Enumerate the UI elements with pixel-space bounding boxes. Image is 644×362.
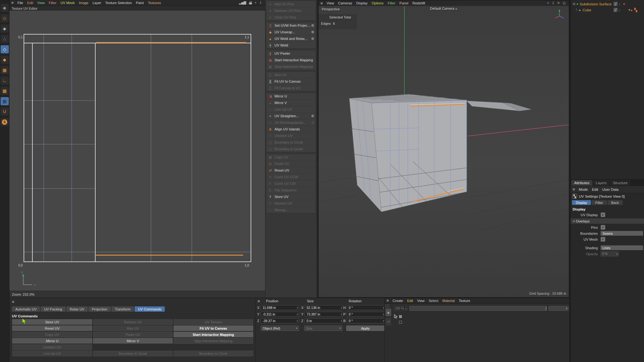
- histogram-icon[interactable]: ▂▅▇: [239, 1, 246, 4]
- attr-menu-edit[interactable]: Edit: [592, 188, 598, 191]
- boundaries-dropdown[interactable]: Seams: [601, 231, 643, 236]
- tab-projection[interactable]: Projection: [88, 306, 111, 312]
- tab-relax-uv[interactable]: Relax UV: [66, 306, 88, 312]
- uv-canvas[interactable]: 0,1 1,1 0,0 1,0 V U: [9, 11, 265, 291]
- command-start-interactive-mapping[interactable]: ▦Start Interactive Mapping: [266, 57, 316, 63]
- uv-menu-uv-mesh[interactable]: UV Mesh: [60, 1, 75, 5]
- mirror-v-button[interactable]: Mirror V: [93, 338, 173, 344]
- command-mirror-u[interactable]: ◨Mirror U: [266, 93, 316, 100]
- lock-icon[interactable]: [249, 1, 252, 4]
- menu-hamburger-icon[interactable]: ≡: [573, 187, 575, 192]
- hierarchy-toggle-icon[interactable]: ⊙: [573, 2, 575, 6]
- make-editable-tool[interactable]: ◆: [1, 4, 9, 12]
- object-row-subdivision-surface[interactable]: ⊙●Subdivision Surface╱:×: [571, 1, 644, 7]
- object-row-cube[interactable]: └▲Cube╱:▚: [571, 7, 644, 13]
- size-y-field[interactable]: 73.387 in▴▾: [305, 312, 343, 317]
- uv-menu-view[interactable]: View: [37, 1, 45, 5]
- spinner-icon[interactable]: ▴▾: [383, 320, 384, 322]
- tab-structure[interactable]: Structure: [610, 180, 630, 186]
- rotate-icon[interactable]: ↻: [557, 2, 560, 5]
- spinner-icon[interactable]: ▴▾: [297, 313, 298, 315]
- zoom-percent-field[interactable]: 100 %▴▾: [394, 306, 408, 311]
- tab-layers[interactable]: Layers: [593, 180, 610, 186]
- apply-button[interactable]: Apply: [346, 326, 385, 331]
- menu-hamburger-icon[interactable]: ≡: [11, 0, 14, 5]
- edit-pencil-icon[interactable]: ╱: [613, 8, 618, 12]
- opacity-field[interactable]: 0 %▴▾: [601, 251, 619, 256]
- uv-menu-textures[interactable]: Textures: [148, 1, 161, 5]
- mat-menu-view[interactable]: View: [417, 299, 425, 303]
- mat-menu-select[interactable]: Select: [429, 299, 438, 303]
- polygon-mode[interactable]: ◆: [1, 56, 9, 64]
- edit-pencil-icon[interactable]: ╱: [613, 2, 618, 6]
- tab-attributes[interactable]: Attributes: [571, 180, 592, 186]
- pointer-tool-icon[interactable]: [394, 314, 398, 319]
- start-interactive-mapping-button[interactable]: Start Interactive Mapping: [174, 332, 253, 337]
- uv-menu-paint[interactable]: Paint: [136, 1, 144, 5]
- vp-menu-options[interactable]: Options: [372, 1, 384, 5]
- size-mode-dropdown[interactable]: Size▾: [304, 326, 342, 331]
- object-mode-dropdown[interactable]: Object (Rel)▾: [261, 326, 299, 331]
- position-z-field[interactable]: -39.37 in▴▾: [261, 318, 299, 323]
- command-store-uv[interactable]: †Store UV: [266, 194, 316, 200]
- spinner-icon[interactable]: ▴▾: [341, 313, 342, 315]
- command-uv-weld-and-relax[interactable]: ▲UV Weld and Relax...⚙: [266, 36, 316, 42]
- add-button[interactable]: +: [386, 309, 391, 316]
- menu-hamburger-icon[interactable]: ≡: [320, 1, 323, 6]
- tab-automatic-uv[interactable]: Automatic UV: [12, 306, 40, 312]
- vp-menu-filter[interactable]: Filter: [388, 1, 395, 5]
- spinner-icon[interactable]: ▴▾: [341, 320, 342, 322]
- vp-menu-view[interactable]: View: [327, 1, 334, 5]
- spinner-icon[interactable]: ▴▾: [297, 320, 298, 322]
- tab-uv-commands[interactable]: UV Commands: [135, 306, 165, 312]
- uv-mesh-checkbox[interactable]: ✓: [601, 237, 605, 242]
- texture-tile-mode[interactable]: ▦: [1, 66, 9, 74]
- gear-icon[interactable]: ⚙: [311, 114, 314, 118]
- spinner-icon[interactable]: ▴▾: [616, 253, 617, 255]
- uv-menu-edit[interactable]: Edit: [27, 1, 33, 5]
- reset-uv-button[interactable]: Reset UV: [12, 326, 92, 331]
- visibility-dots-icon[interactable]: :: [619, 2, 620, 6]
- rotation-p-field[interactable]: 0 °▴▾: [347, 312, 385, 317]
- uv-menu-texture-selection[interactable]: Texture Selection: [105, 1, 132, 5]
- gear-icon[interactable]: ⚙: [311, 30, 314, 34]
- fit-uv-to-canvas-button[interactable]: Fit UV to Canvas: [174, 326, 253, 331]
- model-mode[interactable]: ◇: [1, 14, 9, 22]
- mat-menu-edit[interactable]: Edit: [407, 299, 413, 303]
- menu-hamburger-icon[interactable]: ≡: [258, 299, 260, 304]
- mat-menu-texture[interactable]: Texture: [459, 299, 470, 303]
- viewport-scene[interactable]: Perspective Default Camera ▪▸ Selected T…: [319, 6, 569, 297]
- vp-menu-redshift[interactable]: Redshift: [412, 1, 425, 5]
- uvw-tag-icon[interactable]: ▚: [634, 8, 637, 12]
- command-uv-straighten[interactable]: ≈UV Straighten...⚙: [266, 113, 316, 119]
- uv-menu-image[interactable]: Image: [79, 1, 89, 5]
- outline-square-icon[interactable]: [399, 321, 402, 324]
- position-x-field[interactable]: 11.698 in▴▾: [261, 305, 299, 310]
- camera-label[interactable]: Default Camera ▪▸: [319, 7, 569, 10]
- dolly-icon[interactable]: ⇩: [259, 1, 262, 4]
- vp-menu-panel[interactable]: Panel: [399, 1, 408, 5]
- spinner-icon[interactable]: ▴▾: [383, 306, 384, 309]
- command-align-uv-islands[interactable]: ≣Align UV Islands: [266, 126, 316, 133]
- pins-checkbox[interactable]: ✓: [601, 225, 605, 230]
- phong-tag-icon[interactable]: [629, 8, 632, 11]
- gear-icon[interactable]: ⚙: [311, 24, 314, 28]
- attr-menu-user-data[interactable]: User Data: [602, 188, 619, 191]
- command-reset-uv[interactable]: ↺Reset UV: [266, 167, 316, 174]
- visibility-dots-icon[interactable]: :: [619, 8, 620, 12]
- preset-dropdown[interactable]: ▾: [548, 306, 569, 311]
- shading-dropdown[interactable]: Lines: [601, 245, 643, 250]
- spinner-icon[interactable]: ▴▾: [405, 307, 406, 310]
- command-fit-uv-to-canvas[interactable]: ╳Fit UV to Canvas: [266, 78, 316, 85]
- gear-icon[interactable]: ⚙: [311, 121, 314, 125]
- menu-hamburger-icon[interactable]: ≡: [386, 298, 389, 303]
- attr-menu-mode[interactable]: Mode: [579, 188, 588, 191]
- point-mode[interactable]: ∴: [1, 35, 9, 43]
- gear-icon[interactable]: ⚙: [311, 37, 314, 41]
- drag-grip[interactable]: [385, 304, 390, 308]
- command-uv-weld[interactable]: ┼UV Weld: [266, 42, 316, 48]
- command-mirror-v[interactable]: ◒Mirror V: [266, 100, 316, 106]
- spinner-icon[interactable]: ▴▾: [341, 306, 342, 309]
- edge-mode[interactable]: ◇: [1, 45, 9, 53]
- vp-menu-display[interactable]: Display: [356, 1, 368, 5]
